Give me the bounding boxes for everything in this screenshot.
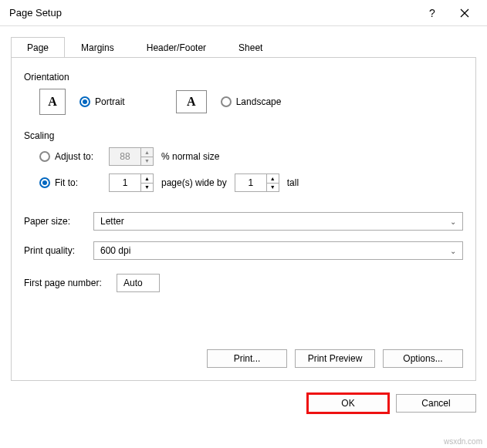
- tab-strip: Page Margins Header/Footer Sheet: [0, 26, 487, 58]
- adjust-to-suffix: % normal size: [161, 151, 219, 162]
- fit-tall-suffix: tall: [287, 177, 299, 188]
- fit-mid-label: page(s) wide by: [161, 177, 227, 188]
- options-button[interactable]: Options...: [383, 349, 463, 368]
- print-preview-button[interactable]: Print Preview: [295, 349, 375, 368]
- tab-margins[interactable]: Margins: [65, 37, 130, 58]
- window-title: Page Setup: [9, 7, 416, 19]
- adjust-to-value: 88: [110, 148, 140, 165]
- spin-up-icon[interactable]: ▲: [141, 148, 153, 157]
- cancel-button[interactable]: Cancel: [396, 394, 476, 413]
- tab-headerfooter[interactable]: Header/Footer: [130, 37, 222, 58]
- dialog-footer: OK Cancel: [0, 389, 487, 417]
- landscape-icon: A: [176, 90, 207, 113]
- print-quality-label: Print quality:: [24, 245, 93, 256]
- orientation-label: Orientation: [24, 72, 463, 83]
- spin-down-icon[interactable]: ▼: [267, 184, 279, 192]
- watermark: wsxdn.com: [444, 437, 482, 446]
- tab-page[interactable]: Page: [11, 37, 65, 58]
- adjust-to-spinner[interactable]: 88 ▲▼: [109, 147, 154, 166]
- spin-down-icon[interactable]: ▼: [141, 157, 153, 166]
- portrait-icon: A: [39, 89, 66, 115]
- first-page-number-input[interactable]: Auto: [117, 274, 160, 292]
- titlebar: Page Setup ?: [0, 0, 487, 26]
- first-page-number-value: Auto: [123, 278, 143, 288]
- adjust-to-radio[interactable]: Adjust to:: [39, 151, 101, 162]
- paper-size-label: Paper size:: [24, 216, 93, 227]
- close-button[interactable]: [448, 0, 481, 26]
- fit-wide-spinner[interactable]: 1 ▲▼: [109, 173, 154, 192]
- tab-content-page: Orientation A Portrait A Landscape Scali…: [11, 57, 476, 381]
- landscape-radio[interactable]: Landscape: [221, 96, 282, 107]
- fit-wide-value: 1: [110, 174, 140, 191]
- radio-circle-icon: [39, 151, 50, 162]
- first-page-number-label: First page number:: [24, 278, 117, 288]
- paper-size-value: Letter: [100, 216, 124, 227]
- portrait-radio[interactable]: Portrait: [79, 96, 125, 107]
- close-icon: [460, 8, 469, 18]
- spin-up-icon[interactable]: ▲: [267, 174, 279, 184]
- fit-tall-spinner[interactable]: 1 ▲▼: [235, 173, 279, 192]
- adjust-to-label: Adjust to:: [55, 151, 93, 162]
- spin-down-icon[interactable]: ▼: [141, 184, 153, 192]
- chevron-down-icon: ⌄: [450, 217, 456, 226]
- print-quality-select[interactable]: 600 dpi ⌄: [93, 241, 463, 260]
- print-button[interactable]: Print...: [207, 349, 287, 368]
- help-button[interactable]: ?: [416, 0, 448, 26]
- landscape-radio-label: Landscape: [236, 96, 282, 107]
- radio-circle-icon: [221, 96, 232, 107]
- spin-up-icon[interactable]: ▲: [141, 174, 153, 184]
- tab-sheet[interactable]: Sheet: [222, 37, 279, 58]
- fit-to-radio[interactable]: Fit to:: [39, 177, 101, 188]
- print-quality-value: 600 dpi: [100, 245, 130, 256]
- radio-circle-icon: [79, 96, 90, 107]
- radio-circle-icon: [39, 177, 50, 188]
- ok-button[interactable]: OK: [308, 394, 388, 413]
- scaling-label: Scaling: [24, 130, 463, 141]
- orientation-row: A Portrait A Landscape: [24, 89, 463, 115]
- fit-tall-value: 1: [235, 174, 266, 191]
- paper-size-select[interactable]: Letter ⌄: [93, 212, 463, 231]
- portrait-radio-label: Portrait: [95, 96, 125, 107]
- fit-to-label: Fit to:: [55, 177, 78, 188]
- chevron-down-icon: ⌄: [450, 247, 456, 255]
